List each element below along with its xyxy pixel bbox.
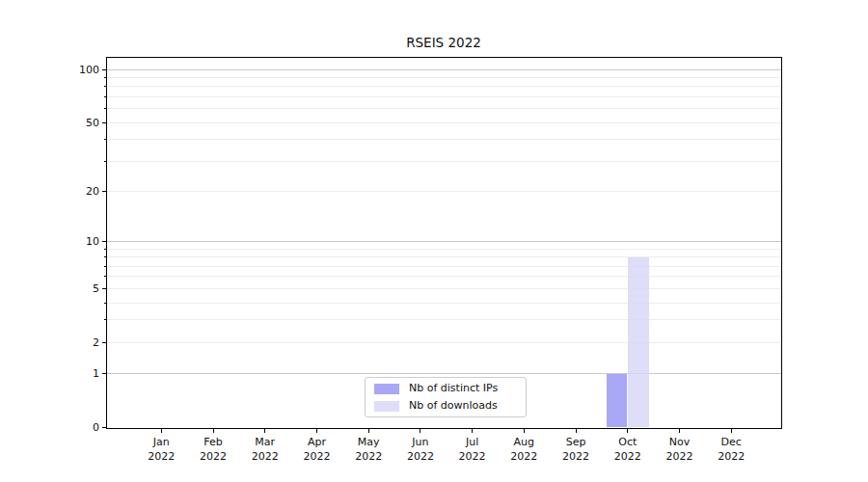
x-tick-label: Nov2022 xyxy=(658,435,702,464)
x-tick-year: 2022 xyxy=(191,449,235,464)
x-tick-label: Oct2022 xyxy=(606,435,650,464)
x-tick-month: Nov xyxy=(658,435,702,449)
y-tick-label: 1 xyxy=(57,368,99,379)
legend-item-downloads: Nb of downloads xyxy=(374,400,517,412)
x-tick-label: Mar2022 xyxy=(243,435,287,464)
x-tick-mark xyxy=(420,429,420,433)
y-tick-label: 50 xyxy=(57,118,99,128)
x-tick-mark xyxy=(524,429,525,433)
x-tick-label: Dec2022 xyxy=(709,435,753,464)
x-tick-label: Feb2022 xyxy=(191,435,235,464)
x-tick-label: May2022 xyxy=(346,435,391,464)
chart-title: RSEIS 2022 xyxy=(106,35,781,50)
x-tick-label: Apr2022 xyxy=(294,435,339,464)
figure: RSEIS 2022 0125102050100Jan2022Feb2022Ma… xyxy=(0,0,868,482)
x-tick-month: Jun xyxy=(398,435,443,449)
x-tick-month: Sep xyxy=(554,435,598,449)
x-tick-month: Oct xyxy=(606,435,650,449)
x-tick-mark xyxy=(161,429,162,433)
legend-item-distinct-ips: Nb of distinct IPs xyxy=(374,383,517,394)
x-tick-year: 2022 xyxy=(243,449,287,464)
x-tick-label: Jul2022 xyxy=(450,435,495,464)
x-tick-year: 2022 xyxy=(554,449,598,464)
y-tick-label: 5 xyxy=(57,283,99,294)
x-tick-mark xyxy=(472,429,473,433)
x-tick-year: 2022 xyxy=(139,449,183,464)
x-tick-month: Jul xyxy=(450,435,495,449)
legend-label-downloads: Nb of downloads xyxy=(409,400,498,412)
y-tick-label: 0 xyxy=(57,422,99,433)
x-tick-year: 2022 xyxy=(294,449,339,464)
x-tick-month: Mar xyxy=(243,435,287,449)
x-tick-month: Dec xyxy=(709,435,753,449)
x-tick-month: Jan xyxy=(139,435,183,449)
legend-swatch-distinct-ips xyxy=(374,384,399,394)
x-tick-year: 2022 xyxy=(502,449,546,464)
x-tick-mark xyxy=(213,429,214,433)
x-tick-mark xyxy=(368,429,369,433)
x-tick-year: 2022 xyxy=(658,449,702,464)
x-tick-year: 2022 xyxy=(606,449,650,464)
x-tick-month: May xyxy=(346,435,391,449)
x-tick-mark xyxy=(264,429,265,433)
x-tick-mark xyxy=(576,429,577,433)
x-tick-mark xyxy=(627,429,628,433)
x-tick-mark xyxy=(731,429,732,433)
legend: Nb of distinct IPs Nb of downloads xyxy=(365,377,527,417)
y-tick-label: 10 xyxy=(57,236,99,247)
x-tick-year: 2022 xyxy=(346,449,391,464)
x-tick-year: 2022 xyxy=(398,449,443,464)
legend-label-distinct-ips: Nb of distinct IPs xyxy=(409,383,498,394)
legend-swatch-downloads xyxy=(374,401,399,412)
x-tick-mark xyxy=(316,429,317,433)
x-tick-year: 2022 xyxy=(709,449,753,464)
x-tick-mark xyxy=(679,429,680,433)
x-tick-month: Aug xyxy=(502,435,546,449)
plot-area xyxy=(106,57,782,429)
x-tick-month: Feb xyxy=(191,435,235,449)
y-tick-label: 100 xyxy=(57,65,99,75)
x-tick-month: Apr xyxy=(294,435,339,449)
x-tick-label: Aug2022 xyxy=(502,435,546,464)
x-tick-label: Jan2022 xyxy=(139,435,183,464)
y-tick-label: 2 xyxy=(57,337,99,348)
y-tick-label: 20 xyxy=(57,186,99,197)
x-tick-year: 2022 xyxy=(450,449,495,464)
x-tick-label: Jun2022 xyxy=(398,435,443,464)
x-tick-label: Sep2022 xyxy=(554,435,598,464)
